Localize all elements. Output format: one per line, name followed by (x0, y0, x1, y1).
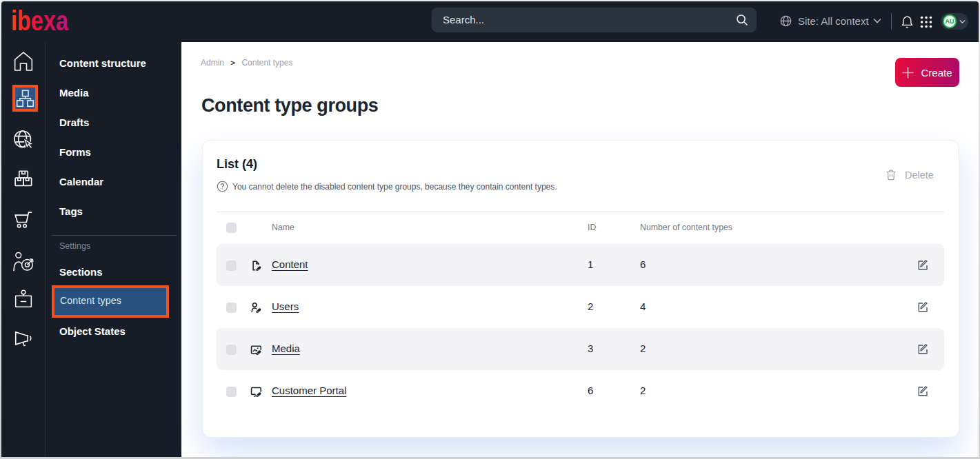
svg-text:ibexa: ibexa (11, 6, 69, 34)
